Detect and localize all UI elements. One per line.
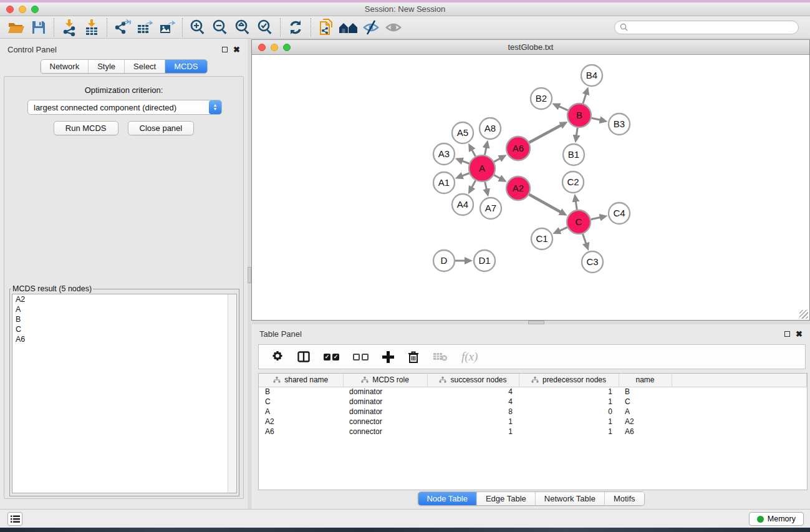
- graph-edge-A6-B[interactable]: [529, 125, 562, 142]
- task-history-button[interactable]: [7, 512, 22, 526]
- graph-node-B[interactable]: B: [567, 104, 591, 127]
- graph-node-B1[interactable]: B1: [563, 144, 584, 165]
- delete-table-button[interactable]: [433, 352, 448, 362]
- graph-node-D[interactable]: D: [433, 250, 455, 271]
- tab-mcds[interactable]: MCDS: [165, 60, 206, 73]
- table-cell[interactable]: 8: [427, 407, 519, 417]
- table-cell[interactable]: 1: [427, 417, 519, 427]
- graph-node-A1[interactable]: A1: [433, 172, 455, 193]
- graph-edge-B-B4[interactable]: [583, 94, 586, 104]
- export-image-button[interactable]: [156, 17, 178, 37]
- column-header[interactable]: shared name: [259, 374, 343, 387]
- table-cell[interactable]: dominator: [343, 387, 427, 397]
- table-cell[interactable]: connector: [343, 427, 427, 437]
- graph-edge-C-C4[interactable]: [591, 217, 601, 219]
- zoom-selected-button[interactable]: [254, 17, 276, 37]
- unselect-all-button[interactable]: [353, 354, 369, 360]
- graph-edge-A2-C[interactable]: [529, 195, 561, 213]
- column-header[interactable]: name: [619, 374, 672, 387]
- graph-edge-A-A6[interactable]: [494, 158, 501, 162]
- list-item[interactable]: A: [12, 304, 236, 314]
- select-all-button[interactable]: ✓ ✓: [324, 354, 339, 360]
- graph-edge-A-A5[interactable]: [471, 149, 475, 156]
- graph-edge-B-B2[interactable]: [558, 106, 567, 110]
- graph-node-C3[interactable]: C3: [582, 251, 603, 273]
- run-mcds-button[interactable]: Run MCDS: [54, 121, 118, 135]
- table-cell[interactable]: 1: [519, 387, 619, 397]
- table-row[interactable]: A2connector11A2: [259, 417, 807, 427]
- table-row[interactable]: A6connector11A6: [259, 427, 807, 437]
- graph-edge-C-C3[interactable]: [583, 234, 587, 244]
- table-settings-button[interactable]: [271, 351, 284, 363]
- network-canvas[interactable]: B4B2BB3A5A8A6B1A3AA1C2A2A4A7C4CC1C3DD1: [253, 56, 809, 320]
- graph-edge-B-B1[interactable]: [576, 128, 577, 137]
- graph-edge-A-A4[interactable]: [471, 180, 475, 188]
- table-cell[interactable]: A: [619, 407, 672, 417]
- hide-selected-button[interactable]: [360, 17, 382, 37]
- graph-edge-B-B3[interactable]: [592, 118, 601, 120]
- tab-motifs[interactable]: Motifs: [604, 492, 644, 505]
- optimization-criterion-dropdown[interactable]: largest connected component (directed) ▲…: [27, 100, 222, 115]
- column-header[interactable]: predecessor nodes: [519, 374, 619, 387]
- tab-network-table[interactable]: Network Table: [535, 492, 604, 505]
- close-panel-icon[interactable]: ✖: [233, 47, 240, 52]
- zoom-fit-button[interactable]: [231, 17, 254, 37]
- graph-edge-C-C2[interactable]: [576, 201, 577, 210]
- table-cell[interactable]: C: [619, 397, 672, 407]
- table-row[interactable]: Bdominator41B: [259, 387, 807, 397]
- search-field[interactable]: [614, 21, 799, 34]
- column-header[interactable]: MCDS role: [343, 374, 427, 387]
- table-cell[interactable]: A2: [259, 417, 343, 427]
- memory-button[interactable]: Memory: [749, 512, 804, 526]
- graph-node-A2[interactable]: A2: [506, 177, 530, 200]
- graph-node-A4[interactable]: A4: [452, 194, 473, 215]
- column-header[interactable]: successor nodes: [427, 374, 519, 387]
- list-item[interactable]: C: [12, 324, 236, 334]
- tab-select[interactable]: Select: [124, 60, 165, 73]
- graph-node-C4[interactable]: C4: [609, 203, 630, 224]
- tab-style[interactable]: Style: [88, 60, 124, 73]
- zoom-in-button[interactable]: [186, 17, 209, 37]
- graph-node-A6[interactable]: A6: [506, 137, 530, 160]
- graph-node-A3[interactable]: A3: [433, 143, 455, 165]
- import-network-button[interactable]: [58, 17, 80, 37]
- table-row[interactable]: Adominator80A: [259, 407, 807, 417]
- graph-node-A8[interactable]: A8: [480, 118, 501, 139]
- mcds-result-list[interactable]: A2ABCA6: [12, 294, 237, 493]
- search-input[interactable]: [631, 23, 793, 32]
- graph-node-A7[interactable]: A7: [480, 198, 501, 219]
- table-cell[interactable]: A2: [619, 417, 672, 427]
- graph-edge-A-A1[interactable]: [461, 173, 469, 177]
- import-table-button[interactable]: [80, 17, 103, 37]
- function-builder-button[interactable]: f(x): [461, 350, 478, 364]
- table-cell[interactable]: 1: [427, 427, 519, 437]
- table-cell[interactable]: 0: [519, 407, 619, 417]
- table-cell[interactable]: 4: [427, 397, 519, 407]
- table-row[interactable]: Cdominator41C: [259, 397, 807, 407]
- graph-edge-A-A2[interactable]: [494, 175, 501, 179]
- close-panel-button[interactable]: Close panel: [128, 121, 195, 135]
- table-cell[interactable]: dominator: [343, 397, 427, 407]
- table-cell[interactable]: A6: [259, 427, 343, 437]
- tab-network[interactable]: Network: [41, 60, 88, 73]
- table-cell[interactable]: A6: [619, 427, 672, 437]
- tab-edge-table[interactable]: Edge Table: [476, 492, 535, 505]
- list-item[interactable]: A6: [12, 334, 236, 344]
- first-neighbors-button[interactable]: [337, 17, 360, 37]
- graph-edge-A-A8[interactable]: [485, 147, 486, 155]
- table-cell[interactable]: dominator: [343, 407, 427, 417]
- table-cell[interactable]: B: [619, 387, 672, 397]
- table-cell[interactable]: 1: [519, 397, 619, 407]
- delete-column-button[interactable]: [408, 351, 419, 364]
- graph-node-C1[interactable]: C1: [531, 228, 552, 249]
- result-scrollbar[interactable]: [228, 294, 236, 493]
- float-table-panel-icon[interactable]: [784, 331, 790, 337]
- save-session-button[interactable]: [27, 17, 50, 37]
- graph-edge-A-A3[interactable]: [461, 161, 469, 164]
- table-cell[interactable]: A: [259, 407, 343, 417]
- graph-edge-A-A7[interactable]: [485, 181, 487, 190]
- graph-node-C[interactable]: C: [567, 210, 591, 234]
- float-panel-icon[interactable]: [222, 47, 228, 52]
- graph-edge-C-C1[interactable]: [559, 227, 567, 231]
- table-cell[interactable]: connector: [343, 417, 427, 427]
